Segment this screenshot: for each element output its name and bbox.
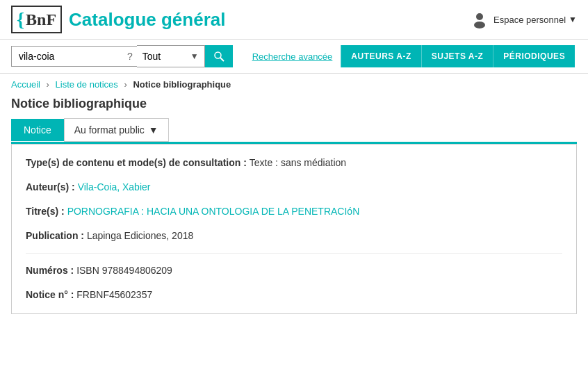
svg-point-1 bbox=[474, 22, 485, 28]
help-icon: ? bbox=[127, 51, 133, 62]
user-area[interactable]: Espace personnel ▼ bbox=[470, 10, 577, 29]
svg-line-3 bbox=[220, 58, 224, 61]
search-bar: ? Tout Auteurs Sujets Titres ▼ Recherche… bbox=[0, 40, 588, 74]
logo-text: BnF bbox=[26, 10, 56, 29]
search-icon bbox=[213, 51, 224, 62]
notice-card: Type(s) de contenu et mode(s) de consult… bbox=[11, 144, 577, 314]
field-publication: Publication : Lapinga Ediciones, 2018 bbox=[26, 229, 562, 243]
scope-select-wrapper: Tout Auteurs Sujets Titres ▼ bbox=[137, 45, 205, 67]
page-title: Notice bibliographique bbox=[0, 92, 588, 118]
breadcrumb-sep-2: › bbox=[124, 79, 126, 90]
tab-periodiques[interactable]: PÉRIODIQUES bbox=[493, 45, 575, 67]
tab-notice[interactable]: Notice bbox=[11, 119, 64, 141]
scope-select[interactable]: Tout Auteurs Sujets Titres bbox=[142, 51, 190, 62]
field-auteur-link[interactable]: Vila-Coia, Xabier bbox=[78, 181, 151, 192]
chevron-down-icon: ▼ bbox=[190, 51, 199, 61]
tab-sujets-az[interactable]: SUJETS A-Z bbox=[421, 45, 493, 67]
svg-point-2 bbox=[215, 52, 221, 58]
tab-bar: Notice Au format public ▼ bbox=[11, 118, 577, 142]
field-numeros-value: ISBN 9788494806209 bbox=[76, 265, 172, 276]
user-icon bbox=[470, 10, 489, 29]
search-input-wrapper: ? bbox=[11, 46, 137, 67]
header: { BnF Catalogue général Espace personnel… bbox=[0, 0, 588, 40]
chevron-down-icon: ▼ bbox=[149, 124, 158, 136]
field-auteur-label: Auteur(s) : bbox=[26, 181, 78, 192]
chevron-down-icon: ▼ bbox=[569, 15, 577, 24]
breadcrumb-sep-1: › bbox=[47, 79, 49, 90]
field-notice-n-value: FRBNF45602357 bbox=[76, 289, 152, 300]
tab-auteurs-az[interactable]: AUTEURS A-Z bbox=[341, 45, 420, 67]
notice-divider bbox=[26, 253, 562, 254]
field-numeros: Numéros : ISBN 9788494806209 bbox=[26, 263, 562, 278]
bnf-logo: { BnF bbox=[11, 6, 62, 33]
field-type-label: Type(s) de contenu et mode(s) de consult… bbox=[26, 157, 250, 168]
field-notice-n-label: Notice n° : bbox=[26, 289, 76, 300]
field-numeros-label: Numéros : bbox=[26, 265, 76, 276]
user-label: Espace personnel bbox=[493, 15, 566, 25]
search-button[interactable] bbox=[205, 45, 233, 67]
tab-au-format-public[interactable]: Au format public ▼ bbox=[64, 118, 169, 142]
field-type: Type(s) de contenu et mode(s) de consult… bbox=[26, 156, 562, 170]
field-titre-label: Titre(s) : bbox=[26, 206, 67, 217]
field-notice-n: Notice n° : FRBNF45602357 bbox=[26, 288, 562, 302]
field-type-value: Texte : sans médiation bbox=[250, 157, 346, 168]
field-publication-label: Publication : bbox=[26, 230, 87, 241]
search-input[interactable] bbox=[12, 47, 123, 66]
field-auteur: Auteur(s) : Vila-Coia, Xabier bbox=[26, 180, 562, 195]
field-publication-value: Lapinga Ediciones, 2018 bbox=[87, 230, 193, 241]
search-help-button[interactable]: ? bbox=[123, 51, 137, 62]
catalogue-title: Catalogue général bbox=[69, 9, 225, 31]
logo-area: { BnF Catalogue général bbox=[11, 6, 225, 33]
breadcrumb-accueil[interactable]: Accueil bbox=[11, 79, 40, 90]
nav-links: Recherche avancée AUTEURS A-Z SUJETS A-Z… bbox=[244, 45, 575, 67]
breadcrumb: Accueil › Liste de notices › Notice bibl… bbox=[0, 74, 588, 92]
field-titre-link[interactable]: PORNOGRAFIA : HACIA UNA ONTOLOGIA DE LA … bbox=[67, 206, 360, 217]
svg-point-0 bbox=[476, 13, 483, 20]
breadcrumb-liste-notices[interactable]: Liste de notices bbox=[56, 79, 118, 90]
advanced-search-link[interactable]: Recherche avancée bbox=[244, 47, 341, 66]
breadcrumb-current: Notice bibliographique bbox=[133, 79, 231, 90]
tab-format-public-label: Au format public bbox=[74, 124, 145, 136]
logo-brace: { bbox=[17, 8, 24, 31]
field-titre: Titre(s) : PORNOGRAFIA : HACIA UNA ONTOL… bbox=[26, 204, 562, 219]
